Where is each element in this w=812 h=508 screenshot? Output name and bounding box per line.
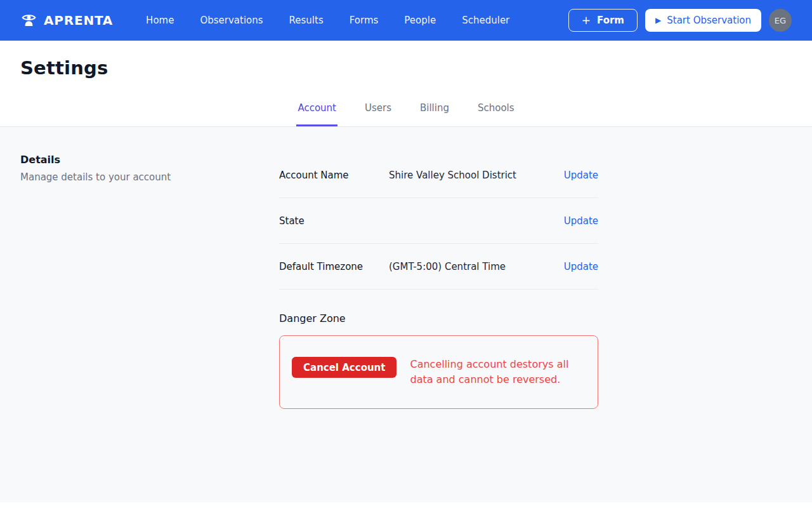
setting-row-state: State Update xyxy=(279,198,598,244)
plus-icon: + xyxy=(582,14,591,27)
nav-links: Home Observations Results Forms People S… xyxy=(146,15,509,26)
default-timezone-value: (GMT-5:00) Central Time xyxy=(389,261,564,272)
account-name-update-link[interactable]: Update xyxy=(564,170,598,181)
nav-actions: + Form ▶ Start Observation EG xyxy=(568,9,792,32)
aprenta-eye-person-icon xyxy=(20,12,37,29)
danger-zone-box: Cancel Account Cancelling account destor… xyxy=(279,335,598,409)
brand-name: APRENTA xyxy=(44,13,113,28)
play-icon: ▶ xyxy=(655,17,661,24)
new-form-button[interactable]: + Form xyxy=(568,9,638,32)
details-heading: Details xyxy=(20,154,171,166)
details-subheading: Manage details to your account xyxy=(20,171,171,183)
settings-panel: Account Name Shire Valley School Distric… xyxy=(279,152,598,409)
nav-item-scheduler[interactable]: Scheduler xyxy=(462,15,509,26)
page-header: Settings Account Users Billing Schools xyxy=(0,41,812,126)
start-observation-label: Start Observation xyxy=(667,15,751,26)
account-name-label: Account Name xyxy=(279,170,389,181)
setting-row-default-timezone: Default Timezone (GMT-5:00) Central Time… xyxy=(279,244,598,290)
details-section-intro: Details Manage details to your account xyxy=(20,154,171,183)
tab-account[interactable]: Account xyxy=(296,102,337,126)
top-navbar: APRENTA Home Observations Results Forms … xyxy=(0,0,812,41)
user-avatar[interactable]: EG xyxy=(769,9,792,32)
nav-item-results[interactable]: Results xyxy=(289,15,324,26)
default-timezone-update-link[interactable]: Update xyxy=(564,261,598,272)
nav-item-home[interactable]: Home xyxy=(146,15,174,26)
nav-item-forms[interactable]: Forms xyxy=(350,15,379,26)
state-update-link[interactable]: Update xyxy=(564,215,598,227)
default-timezone-label: Default Timezone xyxy=(279,261,389,272)
state-label: State xyxy=(279,215,389,227)
tab-billing[interactable]: Billing xyxy=(419,102,450,126)
danger-zone-heading: Danger Zone xyxy=(279,312,598,324)
danger-zone-warning-text: Cancelling account destorys all data and… xyxy=(410,357,585,387)
brand-logo[interactable]: APRENTA xyxy=(20,12,113,29)
account-name-value: Shire Valley School District xyxy=(389,170,564,181)
nav-item-people[interactable]: People xyxy=(404,15,436,26)
start-observation-button[interactable]: ▶ Start Observation xyxy=(645,9,761,32)
tab-schools[interactable]: Schools xyxy=(476,102,516,126)
tab-users[interactable]: Users xyxy=(363,102,393,126)
setting-row-account-name: Account Name Shire Valley School Distric… xyxy=(279,152,598,198)
new-form-button-label: Form xyxy=(597,15,624,26)
account-settings-content: Details Manage details to your account A… xyxy=(0,126,812,502)
nav-item-observations[interactable]: Observations xyxy=(200,15,263,26)
page-title: Settings xyxy=(0,41,812,79)
cancel-account-button[interactable]: Cancel Account xyxy=(292,357,396,378)
settings-tabs: Account Users Billing Schools xyxy=(0,102,812,126)
